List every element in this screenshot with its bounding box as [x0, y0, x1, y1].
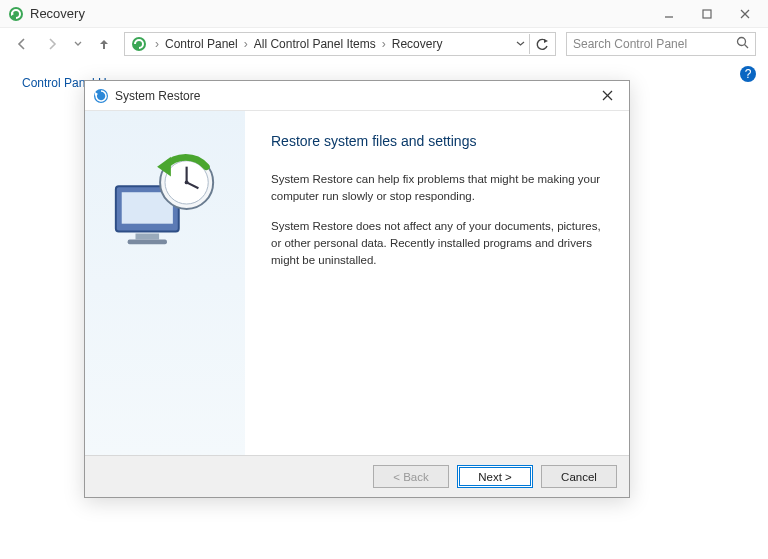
close-button[interactable]: [726, 0, 764, 28]
window-titlebar: Recovery: [0, 0, 768, 28]
svg-marker-7: [544, 39, 548, 43]
system-restore-dialog: System Restore: [84, 80, 630, 498]
minimize-button[interactable]: [650, 0, 688, 28]
breadcrumb-item[interactable]: Recovery: [392, 37, 443, 51]
refresh-button[interactable]: [529, 34, 549, 54]
system-restore-icon: [93, 88, 109, 104]
dialog-body: Restore system files and settings System…: [85, 111, 629, 455]
help-icon[interactable]: ?: [740, 66, 756, 82]
next-button[interactable]: Next >: [457, 465, 533, 488]
search-placeholder: Search Control Panel: [573, 37, 687, 51]
recovery-app-icon: [8, 6, 24, 22]
svg-rect-3: [703, 10, 711, 18]
search-input[interactable]: Search Control Panel: [566, 32, 756, 56]
address-dropdown-icon[interactable]: [516, 37, 525, 51]
dialog-sidebar-image-panel: [85, 111, 245, 455]
cancel-button[interactable]: Cancel: [541, 465, 617, 488]
forward-nav-button[interactable]: [42, 34, 62, 54]
back-nav-button[interactable]: [12, 34, 32, 54]
nav-row: › Control Panel › All Control Panel Item…: [0, 28, 768, 60]
breadcrumb-item[interactable]: All Control Panel Items: [254, 37, 376, 51]
chevron-right-icon: ›: [153, 37, 161, 51]
chevron-right-icon: ›: [242, 37, 250, 51]
window-title: Recovery: [30, 6, 650, 21]
recent-locations-button[interactable]: [72, 34, 84, 54]
svg-point-22: [185, 180, 189, 184]
svg-rect-17: [128, 239, 167, 244]
restore-clock-computer-icon: [106, 147, 224, 257]
svg-line-9: [745, 45, 749, 49]
svg-point-8: [738, 38, 746, 46]
search-icon: [736, 36, 749, 52]
control-panel-icon: [131, 36, 147, 52]
dialog-heading: Restore system files and settings: [271, 133, 603, 149]
breadcrumb-item[interactable]: Control Panel: [165, 37, 238, 51]
dialog-paragraph: System Restore does not affect any of yo…: [271, 218, 603, 268]
dialog-content: Restore system files and settings System…: [245, 111, 629, 455]
address-breadcrumb[interactable]: › Control Panel › All Control Panel Item…: [124, 32, 556, 56]
back-button: < Back: [373, 465, 449, 488]
chevron-right-icon: ›: [380, 37, 388, 51]
dialog-paragraph: System Restore can help fix problems tha…: [271, 171, 603, 204]
up-nav-button[interactable]: [94, 34, 114, 54]
dialog-close-button[interactable]: [591, 84, 623, 108]
maximize-button[interactable]: [688, 0, 726, 28]
dialog-button-row: < Back Next > Cancel: [85, 455, 629, 497]
window-buttons: [650, 0, 764, 28]
dialog-title: System Restore: [115, 89, 591, 103]
svg-rect-16: [135, 234, 159, 240]
dialog-titlebar: System Restore: [85, 81, 629, 111]
